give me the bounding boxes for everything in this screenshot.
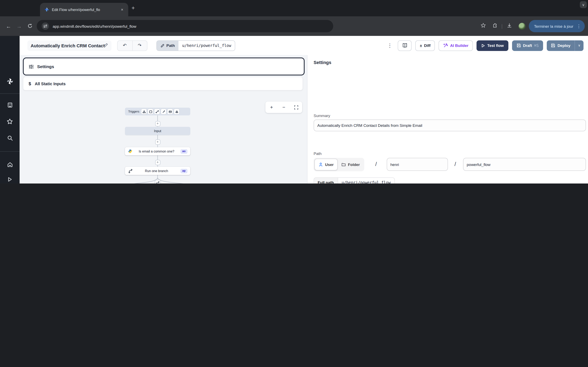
- bookmark-star-icon[interactable]: [481, 23, 486, 29]
- branch-icon: [128, 169, 133, 173]
- canvas-zoom-controls: + −: [265, 101, 302, 113]
- owner-input[interactable]: [387, 158, 448, 171]
- extensions-icon[interactable]: [493, 23, 497, 29]
- sidebar-item-runs[interactable]: [0, 176, 20, 182]
- toolbar-separator: |: [502, 23, 503, 29]
- ai-wand-icon: [443, 43, 448, 48]
- zoom-out-button[interactable]: −: [278, 101, 290, 113]
- summary-input[interactable]: [314, 119, 586, 131]
- draft-label: Draft: [523, 43, 532, 48]
- flow-settings-panel: Settings Summary Path User Folder / / Fu…: [307, 55, 588, 184]
- profile-avatar[interactable]: [519, 23, 526, 30]
- tab-close-icon[interactable]: ×: [119, 7, 125, 12]
- path-slash: /: [375, 161, 377, 167]
- node-badge: ap: [180, 169, 187, 173]
- sliders-icon: [29, 64, 34, 69]
- deploy-caret-button[interactable]: ∨: [575, 40, 584, 51]
- windmill-app: $ +: [0, 36, 588, 184]
- add-step-connector[interactable]: [155, 160, 160, 165]
- back-icon[interactable]: ←: [3, 23, 14, 29]
- sidebar-item-favorites[interactable]: [0, 118, 20, 125]
- triggers-label: Triggers: [128, 110, 139, 113]
- sidebar-item-workspace[interactable]: [0, 102, 20, 108]
- python-icon: [128, 149, 133, 153]
- test-flow-label: Test flow: [487, 43, 504, 48]
- browser-menu-kebab-icon[interactable]: ⋮: [577, 24, 581, 29]
- tab-search-chevron-icon[interactable]: ∨: [580, 1, 587, 8]
- redo-button[interactable]: ↷: [132, 41, 147, 50]
- fit-view-button[interactable]: [290, 101, 302, 113]
- zoom-in-button[interactable]: +: [265, 101, 278, 113]
- header-actions: ⋮ ± Diff AI Builder Test flow: [387, 40, 588, 51]
- sidebar-item-home[interactable]: [0, 161, 20, 167]
- input-node-label: Input: [154, 129, 161, 133]
- node-is-email[interactable]: Is email a common one? ao: [125, 147, 190, 155]
- browser-tab-bar: Edit Flow u/henri/powerful_flo × + ∨: [0, 0, 588, 16]
- sidebar-divider: [0, 151, 20, 152]
- add-step-connector[interactable]: [155, 139, 160, 145]
- reload-icon[interactable]: [25, 23, 35, 29]
- node-run-one-branch-1[interactable]: Run one branch ap: [125, 167, 190, 175]
- ai-builder-button[interactable]: AI Builder: [439, 40, 473, 51]
- http-route-trigger-icon[interactable]: [154, 109, 160, 114]
- node-label: Run one branch: [133, 169, 180, 173]
- flow-canvas[interactable]: + − Triggers: [20, 92, 307, 184]
- browser-update-button[interactable]: Terminer la mise à jour ⋮: [529, 20, 585, 32]
- deploy-split-button: Deploy ∨: [547, 40, 584, 51]
- add-step-connector[interactable]: [155, 121, 160, 126]
- owner-kind-toggle: User Folder: [314, 158, 364, 171]
- deploy-label: Deploy: [558, 43, 571, 48]
- settings-heading: Settings: [314, 60, 331, 65]
- flow-left-zone: Settings $ All Static Inputs: [20, 55, 307, 184]
- save-icon: [516, 43, 521, 48]
- deploy-button[interactable]: Deploy: [547, 40, 575, 51]
- path-chip[interactable]: Path u/henri/powerful_flow: [156, 40, 235, 51]
- folder-toggle-label: Folder: [348, 162, 360, 167]
- address-bar[interactable]: app.windmill.dev/flows/edit/u/henri/powe…: [37, 20, 333, 32]
- windmill-logo[interactable]: [0, 77, 20, 85]
- full-path-value: u/henri/powerful_flow: [337, 177, 395, 184]
- new-tab-icon[interactable]: +: [131, 5, 135, 11]
- sidebar-item-search[interactable]: [0, 135, 20, 141]
- update-label: Terminer la mise à jour: [534, 24, 573, 28]
- plus-minus-icon: ±: [420, 43, 422, 48]
- websocket-trigger-icon[interactable]: [161, 109, 166, 114]
- email-trigger-icon[interactable]: [167, 109, 173, 114]
- site-settings-icon[interactable]: [42, 22, 49, 30]
- flow-title-wrap[interactable]: Automatically Enrich CRM Contact: [27, 40, 111, 51]
- download-icon[interactable]: [507, 23, 512, 29]
- add-branch-connector[interactable]: [155, 180, 161, 184]
- edit-title-pencil-icon[interactable]: [103, 42, 108, 49]
- forward-icon[interactable]: →: [14, 23, 25, 29]
- test-flow-button[interactable]: Test flow: [476, 40, 508, 51]
- static-inputs-label: All Static Inputs: [35, 81, 66, 86]
- user-toggle[interactable]: User: [314, 159, 338, 170]
- draft-shortcut: ⌘S: [534, 43, 539, 48]
- node-badge: ao: [180, 149, 187, 154]
- draft-button[interactable]: Draft ⌘S: [512, 40, 543, 51]
- folder-toggle[interactable]: Folder: [338, 159, 363, 170]
- flow-name-input[interactable]: [463, 158, 586, 171]
- schedule-trigger-icon[interactable]: [148, 109, 153, 114]
- book-icon: [402, 43, 407, 48]
- fit-view-icon: [294, 105, 298, 109]
- flow-title[interactable]: Automatically Enrich CRM Contact: [31, 43, 105, 48]
- settings-tab-label: Settings: [37, 64, 54, 69]
- browser-tab[interactable]: Edit Flow u/henri/powerful_flo ×: [40, 3, 128, 16]
- diff-label: Diff: [424, 43, 431, 48]
- dollar-icon: $: [29, 81, 31, 86]
- docs-book-button[interactable]: [398, 40, 412, 51]
- poll-trigger-icon[interactable]: [174, 109, 179, 114]
- more-options-kebab-icon[interactable]: ⋮: [387, 42, 393, 49]
- webhook-trigger-icon[interactable]: [141, 109, 147, 114]
- triggers-node[interactable]: Triggers: [125, 108, 190, 115]
- user-icon: [319, 162, 323, 167]
- input-node[interactable]: Input: [125, 127, 190, 135]
- diff-button[interactable]: ± Diff: [415, 40, 435, 51]
- undo-button[interactable]: ↶: [117, 41, 132, 50]
- user-toggle-label: User: [325, 162, 334, 167]
- path-pencil-icon: [160, 43, 164, 48]
- static-inputs-tab-card[interactable]: $ All Static Inputs: [23, 77, 303, 91]
- settings-tab-card[interactable]: Settings: [23, 58, 305, 75]
- sidebar-divider: [0, 93, 20, 94]
